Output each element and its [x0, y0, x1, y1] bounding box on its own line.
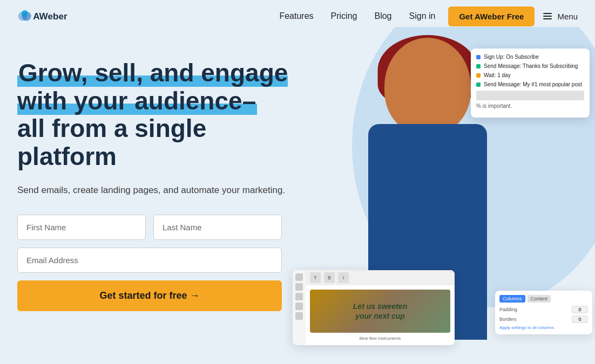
hero-subtext: Send emails, create landing pages, and a… [17, 183, 298, 197]
person-head [384, 38, 471, 135]
tool-4 [295, 303, 303, 310]
card-row-4: Send Message: My #1 most popular post [476, 81, 584, 87]
card-row-2: Send Message: Thanks for Subscribing [476, 63, 584, 69]
last-name-input[interactable] [153, 215, 282, 240]
card-label-5: % is important. [476, 103, 512, 109]
card-label-2: Send Message: Thanks for Subscribing [484, 63, 578, 69]
nav-blog[interactable]: Blog [374, 11, 391, 21]
name-row [17, 215, 282, 240]
settings-card: Columns Content Padding Borders Apply se… [495, 291, 592, 334]
editor-wrapper: T B I Let us sweeten your next cup Blue … [293, 270, 455, 345]
editor-card: T B I Let us sweeten your next cup Blue … [293, 270, 455, 345]
hero-headline: Grow, sell, and engage with your audienc… [17, 59, 298, 170]
menu-button[interactable]: Menu [543, 12, 578, 21]
hero-content: Grow, sell, and engage with your audienc… [17, 54, 298, 311]
card-icon-2 [476, 64, 481, 68]
signup-form: Get started for free → [17, 215, 282, 311]
card-label-1: Sign Up: On Subscribe [484, 54, 539, 60]
card-bar-1 [476, 91, 584, 100]
nav-features[interactable]: Features [279, 11, 313, 21]
tool-icon-2[interactable]: B [324, 272, 335, 283]
card-icon-4 [476, 83, 481, 87]
nav-sign-in[interactable]: Sign in [409, 11, 436, 21]
card-row-1: Sign Up: On Subscribe [476, 54, 584, 60]
card-icon-1 [476, 55, 481, 59]
settings-row-borders: Borders [499, 315, 588, 323]
headline-highlight: Grow, sell, and engage with your audienc… [17, 59, 288, 115]
hero-visual: Sign Up: On Subscribe Send Message: Than… [282, 27, 595, 364]
card-row-5: % is important. [476, 103, 584, 109]
padding-input[interactable] [572, 306, 588, 313]
automation-card: Sign Up: On Subscribe Send Message: Than… [471, 49, 590, 118]
editor-brand: Blue Bee Instruments [310, 336, 450, 341]
logo[interactable]: AWeber [17, 6, 82, 26]
borders-input[interactable] [572, 315, 588, 323]
settings-tabs: Columns Content [499, 295, 588, 303]
tool-3 [295, 293, 303, 300]
get-aweber-button[interactable]: Get AWeber Free [448, 6, 535, 26]
card-row-3: Wait: 1 day [476, 72, 584, 78]
card-label-3: Wait: 1 day [484, 72, 511, 78]
card-icon-3 [476, 73, 481, 78]
editor-content: Let us sweeten your next cup Blue Bee In… [306, 285, 455, 345]
hamburger-icon [543, 13, 552, 19]
get-started-button[interactable]: Get started for free → [17, 280, 282, 311]
email-input[interactable] [17, 248, 282, 273]
tab-columns[interactable]: Columns [499, 295, 525, 303]
tool-icon-3[interactable]: I [338, 272, 349, 283]
padding-label: Padding [499, 307, 517, 312]
nav-pricing[interactable]: Pricing [331, 11, 357, 21]
card-label-4: Send Message: My #1 most popular post [484, 81, 582, 87]
hero-section: Grow, sell, and engage with your audienc… [0, 32, 595, 364]
nav-links: Features Pricing Blog Sign in [279, 11, 435, 21]
svg-point-2 [22, 10, 28, 17]
apply-settings-link[interactable]: Apply settings to all columns [499, 325, 588, 330]
tab-content[interactable]: Content [528, 295, 551, 303]
tool-5 [295, 312, 303, 320]
menu-label: Menu [557, 12, 578, 21]
editor-toolbar: T B I [306, 270, 455, 285]
borders-label: Borders [499, 317, 517, 322]
svg-text:AWeber: AWeber [33, 11, 67, 22]
tool-2 [295, 283, 303, 291]
editor-overlay-text: Let us sweeten your next cup [353, 301, 407, 321]
editor-main: T B I Let us sweeten your next cup Blue … [306, 270, 455, 345]
tool-1 [295, 273, 303, 281]
editor-image: Let us sweeten your next cup [310, 290, 450, 333]
tool-icon-1[interactable]: T [310, 272, 321, 283]
settings-row-padding: Padding [499, 306, 588, 313]
first-name-input[interactable] [17, 215, 146, 240]
editor-sidebar [293, 270, 306, 345]
